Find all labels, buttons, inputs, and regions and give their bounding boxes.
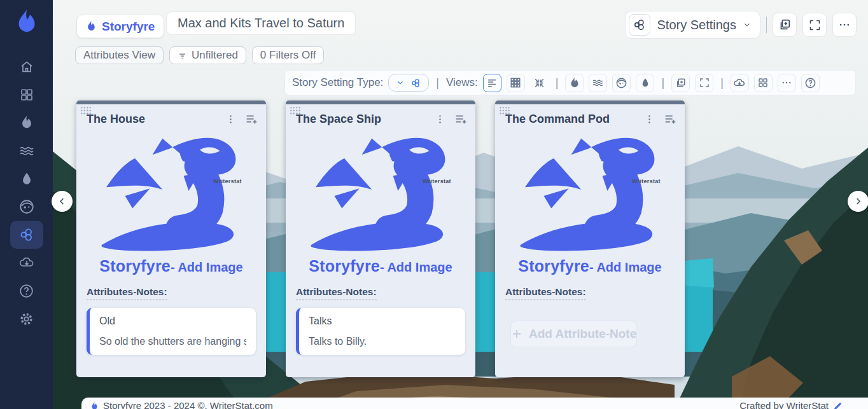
more-views-button[interactable] xyxy=(778,74,796,92)
duplicate-view-button[interactable] xyxy=(671,74,690,92)
waves-view-button[interactable] xyxy=(589,74,607,92)
filter-state-pill[interactable]: Unfiltered xyxy=(169,46,246,64)
molecule-iconbox xyxy=(629,14,650,36)
chevron-right-icon xyxy=(853,197,863,206)
carousel-prev-button[interactable] xyxy=(52,191,73,212)
flame-icon xyxy=(19,115,34,130)
attributes-notes-label[interactable]: Attributes-Notes: xyxy=(505,286,586,300)
dragon-logo xyxy=(507,131,673,256)
add-image-caption[interactable]: Storyfyre- Add Image xyxy=(76,257,266,275)
divider: | xyxy=(434,76,441,90)
blocks-view-button[interactable] xyxy=(754,74,773,92)
gear-icon xyxy=(18,311,34,327)
add-image-caption[interactable]: Storyfyre- Add Image xyxy=(495,257,685,275)
duplicate-button[interactable] xyxy=(773,13,797,37)
list-view-button[interactable] xyxy=(483,74,501,92)
sidebar-item-waves[interactable] xyxy=(10,137,43,165)
card-the-house[interactable]: The House Writerstat Storyfyre- Add Imag… xyxy=(76,101,266,377)
water-drop-icon xyxy=(20,171,34,186)
sidebar-item-settings[interactable] xyxy=(10,305,43,333)
filters-count-pill[interactable]: 0 Filters Off xyxy=(252,46,325,64)
views-toolbar: Story Setting Type: | Views: | | | xyxy=(284,70,856,95)
dragon-logo xyxy=(298,131,463,256)
character-view-button[interactable] xyxy=(612,74,631,92)
sidebar-item-character[interactable] xyxy=(10,193,43,221)
type-selector[interactable] xyxy=(388,74,429,92)
fullscreen-view-button[interactable] xyxy=(695,74,713,92)
credit-text: Crafted by WriterStat xyxy=(739,399,829,409)
plus-icon xyxy=(511,328,522,340)
story-settings-molecule-icon xyxy=(18,226,35,243)
fullscreen-icon xyxy=(808,18,822,32)
story-settings-molecule-icon xyxy=(410,78,421,88)
ellipsis-icon xyxy=(781,77,792,88)
cloud-download-view-button[interactable] xyxy=(731,74,749,92)
story-settings-dropdown[interactable]: Story Settings xyxy=(625,11,760,39)
sidebar-item-drop[interactable] xyxy=(10,165,43,193)
sidebar-item-flame[interactable] xyxy=(10,109,43,137)
divider: | xyxy=(554,76,561,90)
add-to-list-icon[interactable] xyxy=(454,112,468,126)
dragon-logo xyxy=(88,131,254,256)
footer: Storyfyre 2023 - 2024 ©. WriterStat.com … xyxy=(81,398,868,409)
fullscreen-button[interactable] xyxy=(802,13,827,37)
sidebar-item-help[interactable] xyxy=(10,277,43,305)
list-view-icon xyxy=(486,77,498,89)
storyfyre-home-button[interactable]: Storyfyre xyxy=(76,15,164,38)
add-attribute-note-button[interactable]: Add Attribute-Note xyxy=(510,321,637,347)
sidebar-item-cloud-download[interactable] xyxy=(10,249,43,277)
collapse-view-button[interactable] xyxy=(530,74,549,92)
story-setting-cards: The House Writerstat Storyfyre- Add Imag… xyxy=(76,101,685,377)
kebab-menu-icon[interactable] xyxy=(435,114,445,125)
storyfyre-flame-icon xyxy=(14,8,39,36)
copyright-text: Storyfyre 2023 - 2024 ©. WriterStat.com xyxy=(103,399,273,409)
flame-view-button[interactable] xyxy=(565,74,584,92)
grid-view-button[interactable] xyxy=(507,74,525,92)
view-mode-pill[interactable]: Attributes View xyxy=(75,46,164,64)
storyfyre-logo[interactable] xyxy=(14,8,39,39)
water-drop-icon xyxy=(640,77,650,88)
card-the-command-pod[interactable]: The Command Pod Writerstat Storyfyre- Ad… xyxy=(495,101,685,377)
kebab-menu-icon[interactable] xyxy=(644,114,655,125)
divider: | xyxy=(718,76,725,90)
watermark: Writerstat xyxy=(632,178,661,184)
help-view-button[interactable] xyxy=(801,74,820,92)
cloud-download-icon xyxy=(18,255,35,270)
waves-icon xyxy=(592,77,604,88)
pencil-icon[interactable] xyxy=(833,401,843,409)
duplicate-plus-icon xyxy=(778,18,792,32)
card-title: The Space Ship xyxy=(296,113,435,126)
story-title[interactable]: Max and Kits Travel to Saturn xyxy=(166,11,356,35)
attributes-notes-label[interactable]: Attributes-Notes: xyxy=(87,286,167,300)
sidebar xyxy=(0,0,53,409)
divider xyxy=(766,17,767,33)
add-to-list-icon[interactable] xyxy=(663,112,677,126)
drop-view-button[interactable] xyxy=(636,74,654,92)
story-settings-molecule-icon xyxy=(633,18,647,32)
duplicate-plus-icon xyxy=(675,77,687,89)
more-options-button[interactable] xyxy=(832,13,857,37)
drag-handle[interactable] xyxy=(499,106,510,115)
carousel-next-button[interactable] xyxy=(848,191,868,212)
add-image-placeholder[interactable]: Writerstat xyxy=(507,131,673,256)
attribute-note[interactable]: Talks Talks to Billy. xyxy=(296,308,465,355)
drag-handle[interactable] xyxy=(80,106,92,115)
card-the-space-ship[interactable]: The Space Ship Writerstat Storyfyre- Add… xyxy=(286,101,475,377)
attribute-note[interactable]: Old So old the shutters are hanging si xyxy=(87,308,256,355)
add-to-list-icon[interactable] xyxy=(244,112,258,126)
sidebar-item-story-settings[interactable] xyxy=(10,221,43,249)
collapse-view-icon xyxy=(533,77,545,89)
sidebar-item-home[interactable] xyxy=(10,53,43,81)
add-image-caption[interactable]: Storyfyre- Add Image xyxy=(286,257,475,275)
character-face-icon xyxy=(615,77,627,89)
add-image-placeholder[interactable]: Writerstat xyxy=(88,131,254,256)
drag-handle[interactable] xyxy=(290,106,301,115)
sidebar-item-dashboard[interactable] xyxy=(10,81,43,109)
type-label: Story Setting Type: xyxy=(292,76,383,89)
waves-icon xyxy=(18,143,35,158)
filter-icon xyxy=(178,51,187,60)
card-title: The Command Pod xyxy=(505,113,644,126)
kebab-menu-icon[interactable] xyxy=(225,114,236,125)
attributes-notes-label[interactable]: Attributes-Notes: xyxy=(296,286,377,300)
add-image-placeholder[interactable]: Writerstat xyxy=(298,131,463,256)
